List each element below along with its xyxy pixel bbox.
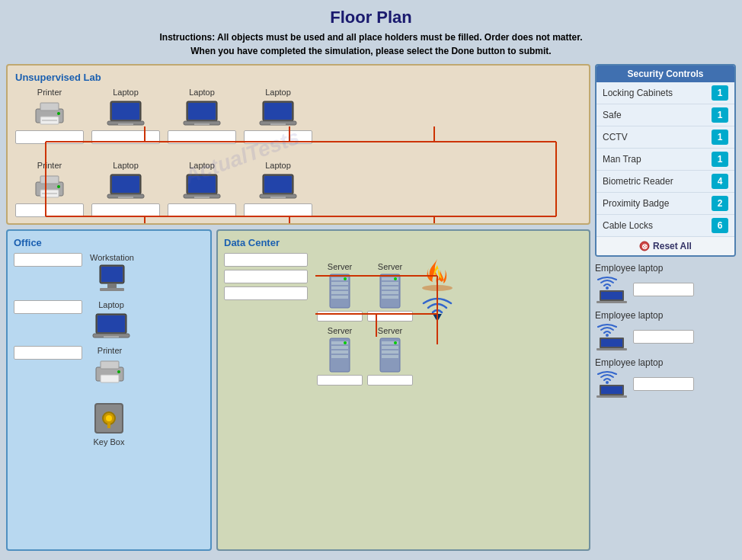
office-laptop-input[interactable]: [14, 300, 82, 314]
laptop-2-input[interactable]: [168, 130, 236, 144]
security-controls-panel: Security Controls Locking Cabinets 1 Saf…: [595, 64, 736, 257]
laptop-icon-3: [257, 98, 299, 129]
device-server-3: Server: [317, 326, 363, 386]
security-item-cable-locks[interactable]: Cable Locks 6: [596, 215, 734, 237]
laptop-icon-4: [104, 171, 147, 202]
device-workstation: Workstation: [90, 253, 134, 296]
reset-all-button[interactable]: ⊗ Reset All: [596, 237, 734, 255]
server-3-input[interactable]: [317, 375, 363, 386]
server-row-1: Server: [317, 253, 457, 322]
office-laptop-row: Laptop: [14, 300, 204, 341]
security-item-biometric-reader[interactable]: Biometric Reader 4: [596, 171, 734, 193]
office-printer-row: Printer: [14, 346, 204, 387]
office-section: Office Workstation: [6, 229, 212, 551]
svg-point-70: [344, 277, 347, 280]
svg-rect-24: [264, 103, 292, 120]
office-laptop-icon: [90, 311, 133, 341]
employee-laptop-3: Employee laptop: [595, 357, 736, 398]
svg-rect-45: [101, 267, 123, 282]
svg-point-95: [606, 286, 609, 290]
svg-point-78: [422, 285, 453, 291]
svg-rect-101: [601, 339, 622, 347]
office-title: Office: [14, 237, 204, 248]
workstation-icon: [92, 264, 132, 296]
svg-rect-90: [382, 350, 398, 354]
svg-rect-89: [382, 346, 398, 349]
workstation-input[interactable]: [14, 253, 82, 267]
firewall-area: [417, 253, 457, 322]
laptop-3-input[interactable]: [244, 130, 312, 144]
svg-rect-41: [264, 176, 292, 193]
svg-point-55: [117, 370, 120, 373]
svg-rect-51: [104, 336, 119, 338]
svg-text:⊗: ⊗: [641, 242, 648, 251]
svg-rect-106: [596, 395, 627, 398]
server-row-2: Server: [317, 326, 457, 386]
reset-icon: ⊗: [639, 241, 650, 251]
svg-rect-47: [100, 288, 124, 291]
svg-rect-26: [270, 123, 286, 125]
office-printer-input[interactable]: [14, 346, 82, 360]
employee-laptop-1-input[interactable]: [633, 283, 694, 296]
svg-rect-22: [194, 123, 209, 125]
svg-rect-85: [331, 355, 348, 358]
employee-laptop-1: Employee laptop: [595, 263, 736, 304]
svg-rect-35: [118, 197, 133, 198]
printer-2-input[interactable]: [15, 203, 84, 217]
svg-rect-67: [331, 286, 348, 290]
printer-1-input[interactable]: [15, 130, 84, 144]
svg-point-99: [606, 334, 609, 337]
printer-icon: [30, 98, 69, 129]
security-item-man-trap[interactable]: Man Trap 1: [596, 149, 734, 171]
employee-laptop-2-input[interactable]: [633, 330, 694, 344]
lab-row-1: Printer Laptop: [15, 88, 581, 144]
svg-point-77: [394, 277, 397, 280]
server-rack-input-1[interactable]: [224, 253, 308, 267]
server-rack-input-2[interactable]: [224, 270, 308, 283]
server-rack-input-3[interactable]: [224, 286, 308, 300]
svg-point-58: [106, 415, 112, 421]
device-laptop-3: Laptop: [244, 88, 312, 144]
printer-icon-2: [30, 171, 69, 202]
svg-rect-59: [107, 422, 110, 428]
device-laptop-6: Laptop: [244, 161, 312, 217]
svg-rect-73: [382, 282, 398, 285]
svg-rect-91: [382, 355, 398, 358]
keybox-icon: [89, 399, 129, 437]
laptop-6-input[interactable]: [244, 203, 312, 217]
datacenter-section: Data Center: [216, 229, 590, 551]
laptop-icon-2: [181, 98, 223, 129]
server-4-input[interactable]: [367, 375, 413, 386]
security-item-proximity-badge[interactable]: Proximity Badge 2: [596, 193, 734, 215]
device-printer-1: Printer: [15, 88, 84, 144]
server-2-input[interactable]: [367, 311, 413, 322]
server-1-input[interactable]: [317, 311, 363, 322]
employee-laptop-3-input[interactable]: [633, 377, 694, 391]
security-panel-header: Security Controls: [596, 66, 734, 82]
svg-rect-74: [382, 286, 398, 290]
svg-rect-105: [601, 386, 622, 394]
device-office-laptop: Laptop: [90, 300, 133, 341]
svg-rect-98: [596, 301, 627, 303]
svg-point-86: [344, 341, 347, 344]
security-item-safe[interactable]: Safe 1: [596, 104, 734, 126]
security-item-cctv[interactable]: CCTV 1: [596, 126, 734, 149]
datacenter-title: Data Center: [224, 237, 583, 248]
laptop-icon-5: [181, 171, 223, 202]
svg-rect-84: [331, 350, 348, 354]
laptop-5-input[interactable]: [168, 203, 236, 217]
server-icon-2: [374, 273, 406, 309]
svg-point-92: [394, 341, 397, 344]
svg-rect-69: [331, 296, 348, 299]
svg-rect-30: [42, 193, 57, 194]
laptop-4-input[interactable]: [91, 203, 160, 217]
wifi-laptop-icon-2: [595, 322, 628, 351]
svg-rect-102: [596, 348, 627, 350]
wifi-laptop-icon-3: [595, 370, 628, 398]
keybox-area: Key Box: [14, 399, 204, 446]
laptop-1-input[interactable]: [91, 130, 160, 144]
security-item-locking-cabinets[interactable]: Locking Cabinets 1: [596, 82, 734, 104]
svg-rect-37: [188, 176, 216, 193]
device-server-1: Server: [317, 262, 363, 322]
svg-rect-66: [331, 282, 348, 285]
